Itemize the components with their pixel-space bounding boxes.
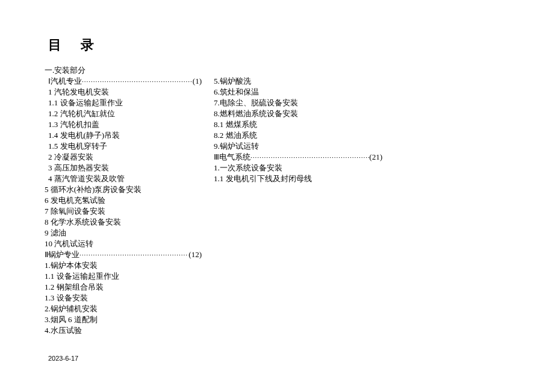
toc-entry: 3.烟风 6 道配制 xyxy=(45,314,202,325)
toc-entry: 9 滤油 xyxy=(45,228,202,238)
entry-label: 10 汽机试运转 xyxy=(45,238,93,249)
entry-label: 4 蒸汽管道安装及吹管 xyxy=(48,173,125,184)
entry-label: 2.锅炉辅机安装 xyxy=(45,303,98,314)
toc-entry: 6 发电机充氢试验 xyxy=(45,195,202,206)
toc-entry: 5 循环水(补给)泵房设备安装 xyxy=(45,184,202,195)
entry-label: 1.4 发电机(静子)吊装 xyxy=(48,130,120,141)
toc-entry: 8.2 燃油系统 xyxy=(214,130,382,141)
entry-label: 1.2 汽轮机汽缸就位 xyxy=(48,108,115,119)
toc-entry: 1.1 设备运输起重作业 xyxy=(45,271,202,282)
toc-leader-dots xyxy=(82,76,193,87)
entry-label: 1.3 设备安装 xyxy=(45,293,88,303)
entry-label: 5 循环水(补给)泵房设备安装 xyxy=(45,184,142,195)
entry-label: 2 冷凝器安装 xyxy=(48,152,93,163)
entry-label: Ⅲ电气系统 xyxy=(214,152,251,163)
entry-label: 9 滤油 xyxy=(45,228,66,238)
entry-label: 6.筑灶和保温 xyxy=(214,87,259,98)
toc-entry: 1.5 发电机穿转子 xyxy=(48,141,202,152)
entry-label: 3.烟风 6 道配制 xyxy=(45,314,98,325)
toc-entry: 7 除氧间设备安装 xyxy=(45,206,202,217)
toc-entry: 4.水压试验 xyxy=(45,325,202,336)
entry-label: 1.5 发电机穿转子 xyxy=(48,141,107,152)
toc-entry: 7.电除尘、脱硫设备安装 xyxy=(214,98,382,108)
toc-entry: 1.1 设备运输起重作业 xyxy=(48,98,202,108)
entry-label: 8.2 燃油系统 xyxy=(214,130,257,141)
toc-entry: 1.3 设备安装 xyxy=(45,293,202,303)
toc-entry: 4 蒸汽管道安装及吹管 xyxy=(48,173,202,184)
entry-label: 7.电除尘、脱硫设备安装 xyxy=(214,98,298,108)
entry-label: 4.水压试验 xyxy=(45,325,82,336)
toc-entry: Ⅲ电气系统(21) xyxy=(214,152,382,163)
entry-label: 5.锅炉酸洗 xyxy=(214,76,251,87)
entry-label: 1.1 设备运输起重作业 xyxy=(48,98,123,108)
entry-label: 8.1 燃煤系统 xyxy=(214,119,257,130)
toc-entry: 1.3 汽轮机扣盖 xyxy=(48,119,202,130)
toc-entry: Ⅰ汽机专业(1) xyxy=(48,76,202,87)
toc-entry: 1.1 发电机引下线及封闭母线 xyxy=(214,173,382,184)
toc-entry: 1.2 钢架组合吊装 xyxy=(45,282,202,293)
toc-entry: 8.1 燃煤系统 xyxy=(214,119,382,130)
toc-entry: 2.锅炉辅机安装 xyxy=(45,303,202,314)
entry-label: Ⅰ汽机专业 xyxy=(48,76,82,87)
toc-page-ref: (1) xyxy=(193,76,202,87)
toc-entry: 8.燃料燃油系统设备安装 xyxy=(214,108,382,119)
toc-entry: 1 汽轮发电机安装 xyxy=(48,87,202,98)
toc-leader-dots xyxy=(79,249,188,260)
entry-label: 1.1 设备运输起重作业 xyxy=(45,271,119,282)
toc-page-ref: (12) xyxy=(188,249,202,260)
toc-entry: 8 化学水系统设备安装 xyxy=(45,217,202,228)
entry-label: 8.燃料燃油系统设备安装 xyxy=(214,108,298,119)
toc-page-ref: (21) xyxy=(369,152,382,163)
entry-label: 1.3 汽轮机扣盖 xyxy=(48,119,99,130)
toc-entry: 5.锅炉酸洗 xyxy=(214,76,382,87)
footer-date: 2023-6-17 xyxy=(48,355,78,362)
toc-entry: 2 冷凝器安装 xyxy=(48,152,202,163)
entry-label: Ⅱ锅炉专业 xyxy=(45,249,79,260)
toc-entry: 1.一次系统设备安装 xyxy=(214,163,382,173)
entry-label: 9.锅炉试运转 xyxy=(214,141,259,152)
toc-entry: 1.锅炉本体安装 xyxy=(45,260,202,271)
entry-label: 一.安装部分 xyxy=(45,65,86,76)
toc-entry: 9.锅炉试运转 xyxy=(214,141,382,152)
section-heading: 一.安装部分 xyxy=(45,65,202,76)
entry-label: 7 除氧间设备安装 xyxy=(45,206,105,217)
toc-entry: 1.2 汽轮机汽缸就位 xyxy=(48,108,202,119)
entry-label: 6 发电机充氢试验 xyxy=(45,195,105,206)
entry-label: 1.1 发电机引下线及封闭母线 xyxy=(214,173,312,184)
entry-label: 1.2 钢架组合吊装 xyxy=(45,282,104,293)
toc-entry: 3 高压加热器安装 xyxy=(48,163,202,173)
toc-column-left: 一.安装部分 Ⅰ汽机专业(1)1 汽轮发电机安装1.1 设备运输起重作业1.2 … xyxy=(48,65,202,336)
toc-entry: 10 汽机试运转 xyxy=(45,238,202,249)
toc-entry: 6.筑灶和保温 xyxy=(214,87,382,98)
toc-columns: 一.安装部分 Ⅰ汽机专业(1)1 汽轮发电机安装1.1 设备运输起重作业1.2 … xyxy=(48,65,506,336)
entry-label: 1 汽轮发电机安装 xyxy=(48,87,109,98)
toc-entry: Ⅱ锅炉专业(12) xyxy=(45,249,202,260)
entry-label: 1.一次系统设备安装 xyxy=(214,163,282,173)
entry-label: 8 化学水系统设备安装 xyxy=(45,217,121,228)
entry-label: 3 高压加热器安装 xyxy=(48,163,109,173)
toc-leader-dots xyxy=(251,152,369,163)
toc-title: 目录 xyxy=(48,36,506,54)
toc-entry: 1.4 发电机(静子)吊装 xyxy=(48,130,202,141)
toc-column-right: 5.锅炉酸洗6.筑灶和保温7.电除尘、脱硫设备安装8.燃料燃油系统设备安装8.1… xyxy=(214,65,382,336)
entry-label: 1.锅炉本体安装 xyxy=(45,260,98,271)
